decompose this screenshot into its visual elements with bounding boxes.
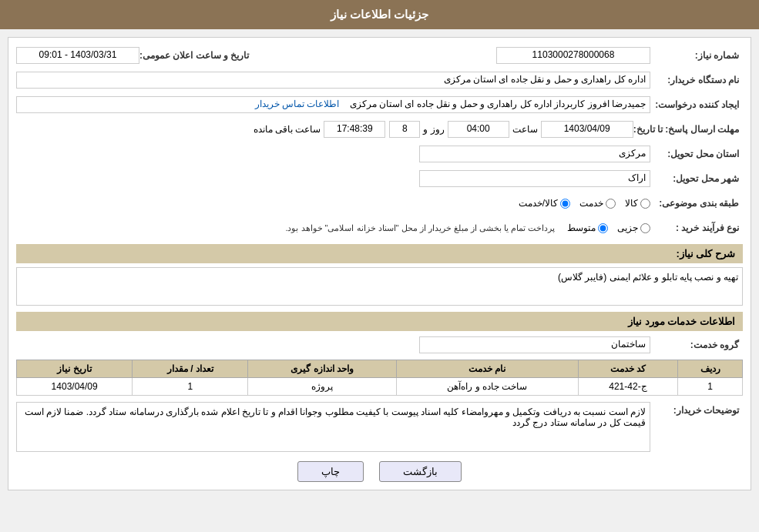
col-header-unit: واحد اندازه گیری: [248, 360, 396, 378]
page-header: جزئیات اطلاعات نیاز: [0, 0, 759, 29]
contact-link[interactable]: اطلاعات تماس خریدار: [255, 99, 340, 109]
province-label: استان محل تحویل:: [650, 149, 743, 159]
cell-unit: پروژه: [248, 378, 396, 396]
cell-code: ج-42-421: [578, 378, 677, 396]
radio-khadamat[interactable]: خدمت: [579, 198, 616, 209]
process-note: پرداخت تمام یا بخشی از مبلغ خریدار از مح…: [282, 223, 558, 233]
buyer-notes: لازم است نسبت به دریافت وتکمیل و مهروامض…: [16, 402, 650, 452]
col-header-name: نام خدمت: [396, 360, 578, 378]
cell-date: 1403/04/09: [17, 378, 133, 396]
response-remaining: 17:48:39: [324, 121, 385, 138]
services-table: ردیف کد خدمت نام خدمت واحد اندازه گیری ت…: [16, 360, 743, 396]
response-time: 04:00: [448, 121, 509, 138]
province-value: مرکزی: [419, 146, 650, 162]
need-description: تهیه و نصب پایه تابلو و علائم ایمنی (فای…: [16, 267, 743, 306]
city-label: شهر محل تحویل:: [650, 173, 743, 184]
response-date-label: مهلت ارسال پاسخ: تا تاریخ:: [633, 124, 743, 135]
buyer-org-value: اداره کل راهداری و حمل و نقل جاده ای است…: [16, 72, 650, 89]
radio-motavaset[interactable]: متوسط: [567, 223, 608, 233]
response-day-label: روز و: [420, 124, 447, 135]
cell-qty: 1: [133, 378, 248, 396]
response-remaining-label: ساعت باقی مانده: [250, 124, 324, 135]
cell-row: 1: [678, 378, 743, 396]
radio-jozee[interactable]: جزیی: [617, 223, 650, 233]
response-time-label: ساعت: [509, 124, 541, 135]
need-number-label: شماره نیاز:: [650, 50, 743, 61]
process-type-label: نوع فرآیند خرید :: [650, 223, 743, 233]
service-group-value: ساختمان: [419, 336, 650, 353]
radio-kala-khadamat[interactable]: کالا/خدمت: [519, 198, 570, 209]
col-header-code: کد خدمت: [578, 360, 677, 378]
back-button[interactable]: بازگشت: [379, 461, 462, 482]
col-header-date: تاریخ نیاز: [17, 360, 133, 378]
need-number-value: 1103000278000068: [496, 47, 650, 64]
city-value: اراک: [419, 170, 650, 187]
response-days: 8: [389, 121, 420, 138]
page-title: جزئیات اطلاعات نیاز: [331, 8, 428, 21]
creator-value: جمیدرضا افروز کاربرداز اداره کل راهداری …: [16, 96, 650, 113]
service-group-label: گروه خدمت:: [650, 340, 743, 350]
date-label: تاریخ و ساعت اعلان عمومی:: [139, 50, 253, 61]
response-date: 1403/04/09: [541, 121, 633, 138]
radio-kala[interactable]: کالا: [625, 198, 650, 209]
col-header-row: ردیف: [678, 360, 743, 378]
services-section-header: اطلاعات خدمات مورد نیاز: [16, 312, 743, 331]
need-description-section: شرح کلی نیاز:: [16, 244, 743, 263]
buyer-org-label: نام دستگاه خریدار:: [650, 75, 743, 85]
category-label: طبقه بندی موضوعی:: [650, 198, 743, 209]
buyer-notes-label: توضیحات خریدار:: [650, 402, 743, 416]
col-header-qty: تعداد / مقدار: [133, 360, 248, 378]
print-button[interactable]: چاپ: [297, 461, 364, 482]
cell-name: ساخت جاده و راه‌آهن: [396, 378, 578, 396]
process-radio-group: جزیی متوسط پرداخت تمام یا بخشی از مبلغ خ…: [282, 223, 650, 233]
date-value: 1403/03/31 - 09:01: [16, 47, 139, 64]
button-row: بازگشت چاپ: [16, 461, 743, 482]
creator-label: ایجاد کننده درخواست:: [650, 99, 743, 110]
category-radio-group: کالا خدمت کالا/خدمت: [519, 198, 650, 209]
table-row: 1 ج-42-421 ساخت جاده و راه‌آهن پروژه 1 1…: [17, 378, 743, 396]
